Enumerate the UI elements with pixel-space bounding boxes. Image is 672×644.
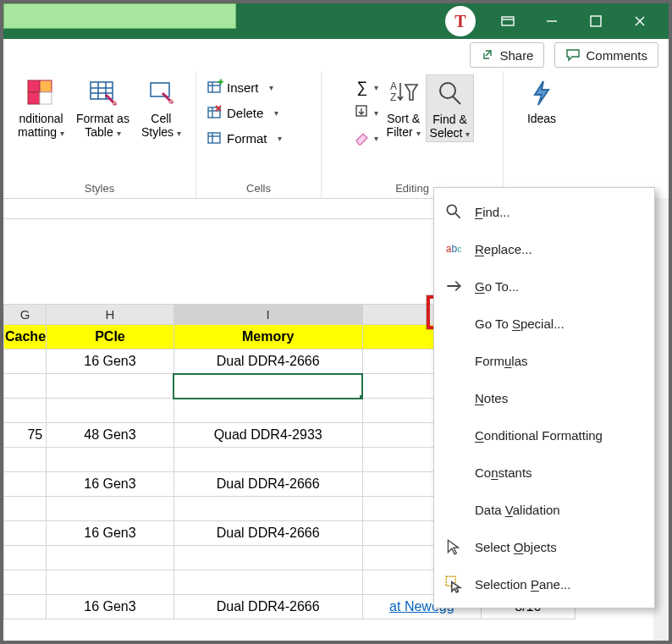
cell[interactable] [174, 399, 362, 423]
cell[interactable] [4, 521, 47, 546]
close-icon[interactable] [618, 4, 662, 38]
ribbon-group-editing: ∑▾ ▾ ▾ AZ Sort &Filter ▾ Find &Select ▾ [322, 71, 504, 198]
cell[interactable] [47, 570, 174, 595]
svg-rect-7 [28, 92, 40, 104]
cell[interactable] [4, 472, 47, 497]
menu-select-objects[interactable]: Select Objects [434, 528, 654, 565]
lightning-icon [525, 76, 559, 110]
ribbon-area: Share Comments nditionalmatting ▾ [3, 39, 669, 199]
svg-rect-3 [591, 16, 601, 26]
menu-conditional-formatting[interactable]: Conditional Formatting [434, 416, 654, 454]
share-bar: Share Comments [3, 39, 669, 71]
cell-styles-icon [144, 76, 178, 110]
cell-styles-button[interactable]: CellStyles ▾ [138, 74, 185, 140]
insert-cells-button[interactable]: ✚ Insert ▾ [203, 74, 314, 100]
search-icon [444, 202, 463, 221]
minimize-icon[interactable] [530, 4, 574, 38]
format-as-table-icon [85, 76, 119, 110]
cell[interactable] [4, 399, 47, 423]
cell[interactable] [4, 374, 47, 399]
cell[interactable]: 16 Gen3 [47, 350, 174, 374]
cell[interactable] [4, 570, 47, 595]
col-header[interactable]: G [4, 305, 47, 325]
cell[interactable] [47, 546, 174, 570]
delete-cells-button[interactable]: Delete ▾ [203, 100, 314, 125]
maximize-icon[interactable] [574, 4, 618, 38]
cell[interactable] [174, 374, 362, 399]
cell[interactable] [174, 497, 362, 521]
menu-constants[interactable]: Constants [434, 454, 654, 491]
svg-rect-25 [208, 133, 220, 143]
clear-button[interactable]: ▾ [350, 125, 382, 151]
ribbon-group-cells: ✚ Insert ▾ Delete ▾ Format ▾ Cells [196, 71, 322, 198]
cell[interactable]: Dual DDR4-2666 [174, 350, 362, 374]
cell[interactable]: 16 Gen3 [47, 595, 174, 619]
svg-text:✚: ✚ [218, 79, 223, 86]
sort-filter-icon: AZ [387, 76, 421, 110]
cursor-icon [444, 537, 463, 556]
cell[interactable] [4, 350, 47, 374]
fill-button[interactable]: ▾ [350, 100, 382, 125]
cell[interactable] [47, 497, 174, 521]
svg-point-31 [440, 83, 455, 98]
fill-down-icon [354, 104, 371, 121]
cell[interactable] [174, 448, 362, 472]
menu-selection-pane[interactable]: Selection Pane... [434, 565, 654, 603]
find-select-menu: Find... abc Replace... Go To... Go To Sp… [433, 187, 655, 608]
arrow-right-icon [444, 277, 463, 295]
cell[interactable]: Quad DDR4-2933 [174, 423, 362, 448]
cell[interactable]: 16 Gen3 [47, 472, 174, 497]
cell[interactable] [47, 399, 174, 423]
cell[interactable]: Dual DDR4-2666 [174, 521, 362, 546]
col-header[interactable]: H [47, 305, 174, 325]
col-header[interactable]: I [174, 305, 362, 325]
menu-replace[interactable]: abc Replace... [434, 230, 654, 267]
cell[interactable]: Dual DDR4-2666 [174, 595, 362, 619]
app-logo: T [445, 6, 476, 36]
svg-rect-15 [151, 83, 169, 96]
ribbon-display-icon[interactable] [486, 4, 530, 38]
eraser-icon [354, 129, 371, 146]
conditional-formatting-icon [24, 76, 58, 110]
cell[interactable]: 48 Gen3 [47, 423, 174, 448]
menu-data-validation[interactable]: Data Validation [434, 491, 654, 528]
vertical-scrollbar[interactable] [653, 198, 669, 641]
format-cells-icon [207, 129, 223, 146]
conditional-formatting-button[interactable]: nditionalmatting ▾ [14, 74, 68, 140]
cell[interactable] [4, 546, 47, 570]
titlebar: T [3, 3, 669, 39]
cell[interactable]: 16 Gen3 [47, 521, 174, 546]
title-edit-highlight[interactable] [3, 3, 236, 29]
menu-find[interactable]: Find... [434, 193, 654, 230]
cell[interactable] [4, 595, 47, 619]
cells-group-label: Cells [246, 182, 271, 196]
menu-goto[interactable]: Go To... [434, 267, 654, 305]
ribbon: nditionalmatting ▾ Format asTable ▾ Cell… [3, 71, 669, 198]
editing-group-label: Editing [395, 182, 429, 196]
svg-rect-6 [28, 80, 40, 92]
cell[interactable] [174, 570, 362, 595]
svg-point-32 [447, 205, 456, 214]
format-cells-button[interactable]: Format ▾ [203, 125, 314, 151]
cell[interactable] [4, 448, 47, 472]
format-as-table-button[interactable]: Format asTable ▾ [73, 74, 133, 140]
autosum-button[interactable]: ∑▾ [350, 74, 382, 100]
sigma-icon: ∑ [354, 79, 371, 96]
cell[interactable]: 75 [4, 423, 47, 448]
cell[interactable] [47, 374, 174, 399]
svg-rect-9 [40, 92, 52, 104]
menu-goto-special[interactable]: Go To Special... [434, 305, 654, 342]
cell[interactable] [174, 546, 362, 570]
cell[interactable] [47, 448, 174, 472]
cell[interactable]: Dual DDR4-2666 [174, 472, 362, 497]
ideas-button[interactable]: Ideas [521, 74, 562, 127]
cell[interactable] [4, 497, 47, 521]
sort-filter-button[interactable]: AZ Sort &Filter ▾ [383, 74, 424, 140]
svg-rect-0 [502, 17, 514, 25]
find-select-button[interactable]: Find &Select ▾ [426, 74, 475, 142]
menu-formulas[interactable]: Formulas [434, 342, 654, 379]
svg-rect-8 [40, 80, 52, 92]
comments-button[interactable]: Comments [554, 42, 658, 68]
menu-notes[interactable]: Notes [434, 379, 654, 416]
share-button[interactable]: Share [470, 42, 544, 68]
